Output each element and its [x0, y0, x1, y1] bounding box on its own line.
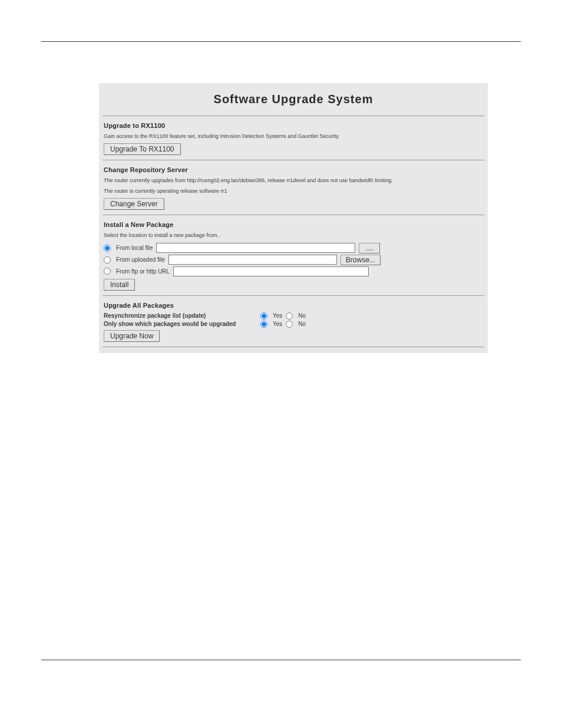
- row-resync: Resynchronize package list (update) Yes …: [104, 312, 483, 319]
- label-resync: Resynchronize package list (update): [104, 312, 257, 319]
- browse-button[interactable]: Browse...: [340, 255, 381, 265]
- label-resync-yes: Yes: [273, 312, 282, 319]
- section-upgrade-rx1100: Upgrade to RX1100 Gain access to the RX1…: [99, 116, 488, 160]
- heading-upgrade-rx1100: Upgrade to RX1100: [104, 122, 483, 129]
- radio-resync-no[interactable]: [286, 312, 293, 319]
- row-showonly: Only show which packages would be upgrad…: [104, 321, 483, 328]
- upgrade-now-button[interactable]: Upgrade Now: [104, 330, 160, 342]
- label-showonly-no: No: [298, 321, 306, 327]
- radio-showonly-yes[interactable]: [260, 321, 267, 328]
- radio-resync-yes[interactable]: [260, 312, 267, 319]
- row-from-uploaded-file: From uploaded file Browse...: [104, 255, 483, 265]
- radio-from-uploaded-file[interactable]: [104, 256, 111, 263]
- text-change-server-line2: The router is currently operating releas…: [104, 187, 483, 195]
- label-showonly: Only show which packages would be upgrad…: [104, 321, 257, 327]
- section-install-package: Install a New Package Select the locatio…: [99, 215, 488, 295]
- radio-from-local-file[interactable]: [104, 245, 111, 252]
- section-upgrade-all: Upgrade All Packages Resynchronize packa…: [99, 296, 488, 347]
- heading-upgrade-all: Upgrade All Packages: [104, 302, 483, 309]
- input-local-file-path[interactable]: [156, 243, 355, 253]
- local-file-picker-button[interactable]: ....: [359, 243, 379, 253]
- panel-title: Software Upgrade System: [99, 93, 488, 106]
- text-change-server-line1: The router currently upgrades from http:…: [104, 177, 483, 184]
- install-button[interactable]: Install: [104, 279, 135, 291]
- bottom-rule: [41, 660, 521, 660]
- label-from-local-file: From local file: [116, 245, 153, 251]
- software-upgrade-panel: Software Upgrade System Upgrade to RX110…: [99, 83, 488, 353]
- label-showonly-yes: Yes: [273, 321, 282, 327]
- label-resync-no: No: [298, 312, 306, 319]
- top-rule: [41, 41, 521, 42]
- upgrade-to-rx1100-button[interactable]: Upgrade To RX1100: [104, 143, 181, 155]
- radio-from-url[interactable]: [104, 268, 111, 275]
- section-change-server: Change Repository Server The router curr…: [99, 160, 488, 215]
- label-from-url: From ftp or http URL: [116, 268, 170, 275]
- text-upgrade-rx1100: Gain access to the RX1100 feature set, i…: [104, 133, 483, 140]
- change-server-button[interactable]: Change Server: [104, 198, 164, 210]
- heading-change-server: Change Repository Server: [104, 166, 483, 173]
- label-from-uploaded-file: From uploaded file: [116, 256, 165, 263]
- row-from-url: From ftp or http URL: [104, 266, 483, 276]
- radio-showonly-no[interactable]: [286, 321, 293, 328]
- heading-install-package: Install a New Package: [104, 221, 483, 228]
- text-install-prompt: Select the location to install a new pac…: [104, 232, 483, 239]
- input-url[interactable]: [173, 266, 369, 276]
- input-uploaded-file[interactable]: [168, 255, 337, 265]
- row-from-local-file: From local file ....: [104, 243, 483, 253]
